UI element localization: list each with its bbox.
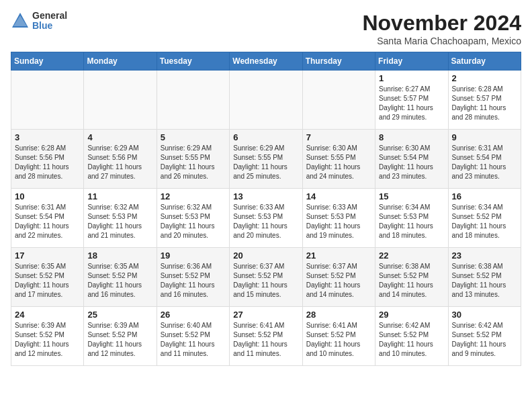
- weekday-friday: Friday: [375, 52, 448, 71]
- calendar-table: SundayMondayTuesdayWednesdayThursdayFrid…: [11, 52, 521, 366]
- weekday-monday: Monday: [84, 52, 157, 71]
- week-row-1: 1Sunrise: 6:27 AM Sunset: 5:57 PM Daylig…: [11, 71, 521, 130]
- calendar-cell: 8Sunrise: 6:30 AM Sunset: 5:54 PM Daylig…: [375, 130, 448, 189]
- day-info: Sunrise: 6:39 AM Sunset: 5:52 PM Dayligh…: [87, 321, 152, 359]
- day-info: Sunrise: 6:35 AM Sunset: 5:52 PM Dayligh…: [87, 262, 152, 300]
- calendar-cell: 6Sunrise: 6:29 AM Sunset: 5:55 PM Daylig…: [230, 130, 302, 189]
- day-info: Sunrise: 6:29 AM Sunset: 5:55 PM Dayligh…: [161, 144, 226, 181]
- calendar-cell: 10Sunrise: 6:31 AM Sunset: 5:54 PM Dayli…: [11, 189, 84, 248]
- day-number: 11: [87, 191, 152, 201]
- calendar-cell: 14Sunrise: 6:33 AM Sunset: 5:53 PM Dayli…: [302, 189, 375, 248]
- weekday-sunday: Sunday: [11, 52, 84, 71]
- calendar-cell: 7Sunrise: 6:30 AM Sunset: 5:55 PM Daylig…: [302, 130, 375, 189]
- calendar-cell: 17Sunrise: 6:35 AM Sunset: 5:52 PM Dayli…: [11, 248, 84, 307]
- day-info: Sunrise: 6:30 AM Sunset: 5:55 PM Dayligh…: [306, 144, 371, 181]
- calendar-cell: 21Sunrise: 6:37 AM Sunset: 5:52 PM Dayli…: [302, 248, 375, 307]
- page-header: General Blue November 2024 Santa Maria C…: [11, 11, 521, 46]
- calendar-cell: 28Sunrise: 6:41 AM Sunset: 5:52 PM Dayli…: [302, 307, 375, 366]
- calendar-cell: 11Sunrise: 6:32 AM Sunset: 5:53 PM Dayli…: [84, 189, 157, 248]
- day-number: 13: [233, 191, 298, 201]
- day-number: 1: [379, 73, 444, 83]
- day-number: 14: [306, 191, 371, 201]
- day-number: 12: [161, 191, 226, 201]
- calendar-cell: 1Sunrise: 6:27 AM Sunset: 5:57 PM Daylig…: [375, 71, 448, 130]
- day-info: Sunrise: 6:37 AM Sunset: 5:52 PM Dayligh…: [233, 262, 298, 300]
- day-info: Sunrise: 6:36 AM Sunset: 5:52 PM Dayligh…: [161, 262, 226, 300]
- calendar-cell: 29Sunrise: 6:42 AM Sunset: 5:52 PM Dayli…: [375, 307, 448, 366]
- day-number: 6: [233, 132, 298, 142]
- logo: General Blue: [11, 11, 67, 32]
- day-number: 8: [379, 132, 444, 142]
- calendar-cell: 4Sunrise: 6:29 AM Sunset: 5:56 PM Daylig…: [84, 130, 157, 189]
- week-row-2: 3Sunrise: 6:28 AM Sunset: 5:56 PM Daylig…: [11, 130, 521, 189]
- month-title: November 2024: [362, 11, 521, 36]
- day-info: Sunrise: 6:32 AM Sunset: 5:53 PM Dayligh…: [87, 203, 152, 240]
- day-number: 26: [161, 310, 226, 320]
- day-info: Sunrise: 6:40 AM Sunset: 5:52 PM Dayligh…: [161, 321, 226, 359]
- day-info: Sunrise: 6:39 AM Sunset: 5:52 PM Dayligh…: [15, 321, 80, 359]
- week-row-3: 10Sunrise: 6:31 AM Sunset: 5:54 PM Dayli…: [11, 189, 521, 248]
- day-info: Sunrise: 6:33 AM Sunset: 5:53 PM Dayligh…: [306, 203, 371, 240]
- day-number: 9: [452, 132, 517, 142]
- logo-general-text: General: [32, 11, 67, 21]
- day-number: 4: [87, 132, 152, 142]
- day-info: Sunrise: 6:28 AM Sunset: 5:56 PM Dayligh…: [15, 144, 80, 181]
- day-info: Sunrise: 6:38 AM Sunset: 5:52 PM Dayligh…: [452, 262, 517, 300]
- day-number: 16: [452, 191, 517, 201]
- calendar-cell: [302, 71, 375, 130]
- day-number: 30: [452, 310, 517, 320]
- svg-marker-1: [13, 15, 27, 26]
- day-number: 20: [233, 250, 298, 261]
- day-number: 29: [379, 310, 444, 320]
- day-number: 27: [233, 310, 298, 320]
- day-info: Sunrise: 6:42 AM Sunset: 5:52 PM Dayligh…: [452, 321, 517, 359]
- calendar-cell: 13Sunrise: 6:33 AM Sunset: 5:53 PM Dayli…: [230, 189, 302, 248]
- day-info: Sunrise: 6:37 AM Sunset: 5:52 PM Dayligh…: [306, 262, 371, 300]
- day-info: Sunrise: 6:29 AM Sunset: 5:56 PM Dayligh…: [87, 144, 152, 181]
- calendar-cell: 26Sunrise: 6:40 AM Sunset: 5:52 PM Dayli…: [157, 307, 229, 366]
- calendar-cell: 24Sunrise: 6:39 AM Sunset: 5:52 PM Dayli…: [11, 307, 84, 366]
- day-info: Sunrise: 6:41 AM Sunset: 5:52 PM Dayligh…: [233, 321, 298, 359]
- day-number: 25: [87, 310, 152, 320]
- calendar-cell: 3Sunrise: 6:28 AM Sunset: 5:56 PM Daylig…: [11, 130, 84, 189]
- calendar-cell: 22Sunrise: 6:38 AM Sunset: 5:52 PM Dayli…: [375, 248, 448, 307]
- calendar-cell: 23Sunrise: 6:38 AM Sunset: 5:52 PM Dayli…: [448, 248, 521, 307]
- logo-icon: [11, 11, 30, 30]
- day-number: 10: [15, 191, 80, 201]
- day-number: 19: [161, 250, 226, 261]
- day-number: 7: [306, 132, 371, 142]
- weekday-thursday: Thursday: [302, 52, 375, 71]
- day-info: Sunrise: 6:33 AM Sunset: 5:53 PM Dayligh…: [233, 203, 298, 240]
- calendar-cell: 5Sunrise: 6:29 AM Sunset: 5:55 PM Daylig…: [157, 130, 229, 189]
- day-number: 15: [379, 191, 444, 201]
- weekday-wednesday: Wednesday: [230, 52, 302, 71]
- calendar-cell: 2Sunrise: 6:28 AM Sunset: 5:57 PM Daylig…: [448, 71, 521, 130]
- weekday-row: SundayMondayTuesdayWednesdayThursdayFrid…: [11, 52, 521, 71]
- calendar-cell: 15Sunrise: 6:34 AM Sunset: 5:53 PM Dayli…: [375, 189, 448, 248]
- day-number: 24: [15, 310, 80, 320]
- day-number: 28: [306, 310, 371, 320]
- day-info: Sunrise: 6:38 AM Sunset: 5:52 PM Dayligh…: [379, 262, 444, 300]
- calendar-header: SundayMondayTuesdayWednesdayThursdayFrid…: [11, 52, 521, 71]
- day-info: Sunrise: 6:27 AM Sunset: 5:57 PM Dayligh…: [379, 85, 444, 122]
- day-number: 3: [15, 132, 80, 142]
- weekday-tuesday: Tuesday: [157, 52, 229, 71]
- title-block: November 2024 Santa Maria Chachoapam, Me…: [362, 11, 521, 46]
- day-number: 23: [452, 250, 517, 261]
- week-row-4: 17Sunrise: 6:35 AM Sunset: 5:52 PM Dayli…: [11, 248, 521, 307]
- calendar-cell: [84, 71, 157, 130]
- day-info: Sunrise: 6:31 AM Sunset: 5:54 PM Dayligh…: [452, 144, 517, 181]
- day-info: Sunrise: 6:28 AM Sunset: 5:57 PM Dayligh…: [452, 85, 517, 122]
- day-number: 22: [379, 250, 444, 261]
- week-row-5: 24Sunrise: 6:39 AM Sunset: 5:52 PM Dayli…: [11, 307, 521, 366]
- calendar-cell: 12Sunrise: 6:32 AM Sunset: 5:53 PM Dayli…: [157, 189, 229, 248]
- calendar-cell: 19Sunrise: 6:36 AM Sunset: 5:52 PM Dayli…: [157, 248, 229, 307]
- calendar-cell: 30Sunrise: 6:42 AM Sunset: 5:52 PM Dayli…: [448, 307, 521, 366]
- day-info: Sunrise: 6:32 AM Sunset: 5:53 PM Dayligh…: [161, 203, 226, 240]
- day-info: Sunrise: 6:42 AM Sunset: 5:52 PM Dayligh…: [379, 321, 444, 359]
- day-info: Sunrise: 6:34 AM Sunset: 5:53 PM Dayligh…: [379, 203, 444, 240]
- calendar-cell: [230, 71, 302, 130]
- day-info: Sunrise: 6:35 AM Sunset: 5:52 PM Dayligh…: [15, 262, 80, 300]
- day-info: Sunrise: 6:41 AM Sunset: 5:52 PM Dayligh…: [306, 321, 371, 359]
- day-number: 17: [15, 250, 80, 261]
